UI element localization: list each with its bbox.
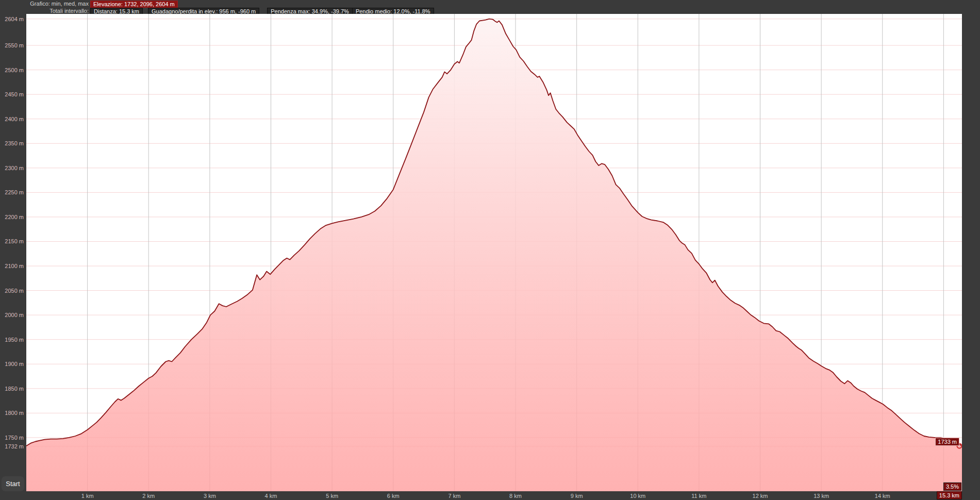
x-axis-label: 1 km [70, 492, 106, 499]
end-elevation-tooltip: 1733 m [935, 438, 959, 446]
end-slope-badge: 3.5% [943, 482, 961, 491]
x-axis-label: 2 km [130, 492, 167, 499]
y-axis-label: 1850 m [1, 385, 24, 392]
x-axis-label: 14 km [865, 492, 901, 499]
y-axis-label: 1800 m [1, 409, 24, 416]
elevation-profile-chart[interactable] [26, 14, 962, 491]
total-distance-badge: 15.3 km [937, 491, 962, 499]
x-axis-label: 3 km [192, 492, 228, 499]
x-axis-label: 12 km [742, 492, 778, 499]
y-axis-label: 2350 m [1, 140, 24, 147]
x-axis-label: 4 km [253, 492, 289, 499]
x-axis-label: 6 km [375, 492, 411, 499]
y-axis-label: 2550 m [1, 42, 24, 49]
y-axis-label: 2400 m [1, 115, 24, 123]
x-axis-label: 5 km [314, 492, 350, 499]
graph-minmax-label: Grafico: min, med, max [0, 1, 89, 7]
y-axis-label: 2250 m [1, 189, 24, 196]
y-axis-label: 2000 m [1, 311, 24, 319]
elevation-area-fill [26, 19, 962, 491]
start-button[interactable]: Start [2, 476, 24, 491]
header-row-graph: Grafico: min, med, max Elevazione: 1732,… [0, 1, 178, 8]
y-axis-label: 2500 m [1, 66, 24, 74]
x-axis-label: 9 km [559, 492, 595, 499]
elevation-summary-badge: Elevazione: 1732, 2096, 2604 m [90, 1, 178, 8]
y-axis-label: 2450 m [1, 91, 24, 98]
y-axis-label: 2150 m [1, 238, 24, 245]
y-axis-label: 2050 m [1, 287, 24, 294]
y-axis-label: 1900 m [1, 360, 24, 368]
y-axis-label: 1732 m [1, 443, 24, 450]
y-axis-label: 2200 m [1, 213, 24, 221]
y-axis-label: 1750 m [1, 434, 24, 441]
x-axis-label: 11 km [681, 492, 717, 499]
elevation-profile-plot[interactable] [26, 14, 962, 491]
y-axis-label: 1950 m [1, 336, 24, 343]
y-axis-label: 2300 m [1, 164, 24, 172]
y-axis-label: 2604 m [1, 15, 24, 23]
x-axis-label: 7 km [436, 492, 472, 499]
x-axis-label: 8 km [497, 492, 534, 499]
x-axis-label: 13 km [803, 492, 839, 499]
x-axis-label: 10 km [620, 492, 656, 499]
y-axis-label: 2100 m [1, 262, 24, 270]
